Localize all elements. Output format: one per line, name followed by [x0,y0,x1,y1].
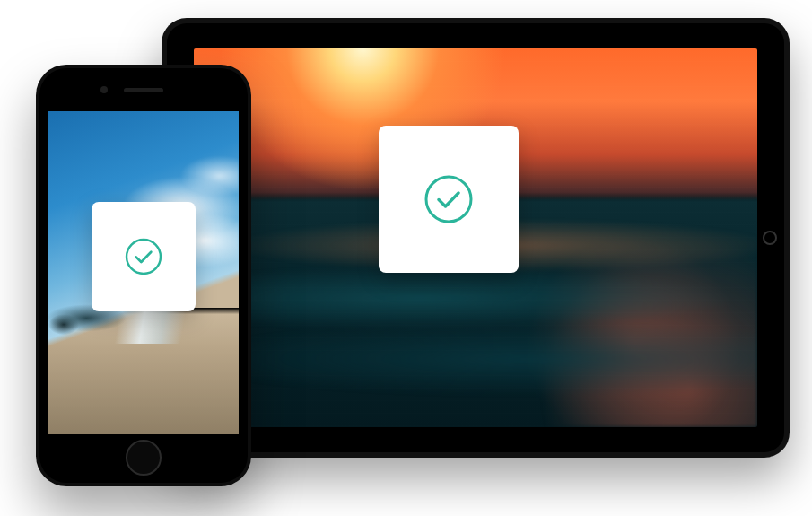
phone-success-card [92,202,196,311]
tablet-success-card [379,126,519,273]
checkmark-circle-icon [423,173,475,225]
svg-point-1 [127,240,161,274]
phone-home-button-icon [126,440,162,476]
phone-camera-icon [100,86,108,93]
tablet-home-button-icon [763,231,777,245]
checkmark-circle-icon [124,237,163,276]
svg-point-0 [426,177,471,222]
phone-speaker-icon [124,88,163,92]
